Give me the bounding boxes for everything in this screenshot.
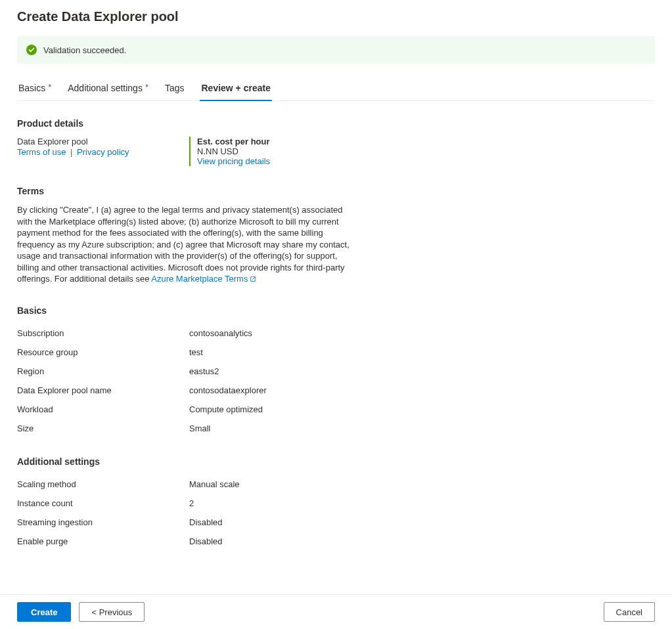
azure-marketplace-terms-link[interactable]: Azure Marketplace Terms	[151, 274, 256, 284]
basics-value: Small	[189, 423, 211, 433]
footer-bar: Create < Previous Cancel	[0, 594, 672, 629]
terms-body-text: By clicking "Create", I (a) agree to the…	[17, 205, 349, 284]
basics-value: contosodataexplorer	[189, 385, 267, 395]
external-link-icon	[250, 274, 256, 286]
basics-key: Size	[17, 423, 189, 433]
product-details-heading: Product details	[17, 118, 655, 129]
additional-value: Manual scale	[189, 479, 240, 489]
tab-basics[interactable]: Basics	[17, 77, 52, 101]
additional-settings-heading: Additional settings	[17, 456, 655, 467]
basics-key: Data Explorer pool name	[17, 385, 189, 395]
basics-key: Resource group	[17, 347, 189, 357]
link-separator: |	[70, 147, 72, 157]
additional-key: Scaling method	[17, 479, 189, 489]
additional-row-scaling-method: Scaling method Manual scale	[17, 475, 655, 494]
basics-value: Compute optimized	[189, 404, 263, 414]
product-name: Data Explorer pool	[17, 137, 189, 146]
basics-heading: Basics	[17, 305, 655, 316]
terms-heading: Terms	[17, 186, 655, 196]
basics-value: test	[189, 347, 203, 357]
additional-key: Streaming ingestion	[17, 517, 189, 527]
basics-value: contosoanalytics	[189, 328, 252, 338]
svg-point-0	[26, 45, 37, 55]
page-title: Create Data Explorer pool	[17, 9, 655, 24]
basics-row-workload: Workload Compute optimized	[17, 400, 655, 419]
basics-row-size: Size Small	[17, 419, 655, 438]
additional-value: 2	[189, 498, 194, 508]
validation-banner: Validation succeeded.	[17, 36, 655, 64]
tab-additional-settings[interactable]: Additional settings	[66, 77, 149, 101]
view-pricing-details-link[interactable]: View pricing details	[197, 156, 270, 166]
cost-per-hour-value: N.NN USD	[197, 146, 270, 156]
basics-key: Workload	[17, 404, 189, 414]
basics-key: Region	[17, 366, 189, 376]
tabs-bar: Basics Additional settings Tags Review +…	[17, 77, 655, 101]
tab-review-create[interactable]: Review + create	[200, 77, 271, 101]
basics-row-pool-name: Data Explorer pool name contosodataexplo…	[17, 381, 655, 400]
cancel-button[interactable]: Cancel	[604, 602, 655, 622]
additional-row-streaming-ingestion: Streaming ingestion Disabled	[17, 513, 655, 532]
additional-key: Enable purge	[17, 536, 189, 546]
product-details-row: Data Explorer pool Terms of use | Privac…	[17, 137, 655, 166]
tab-tags[interactable]: Tags	[164, 77, 186, 101]
terms-body: By clicking "Create", I (a) agree to the…	[17, 204, 352, 286]
previous-button[interactable]: < Previous	[79, 602, 145, 622]
basics-row-region: Region eastus2	[17, 362, 655, 381]
additional-value: Disabled	[189, 536, 223, 546]
privacy-policy-link[interactable]: Privacy policy	[77, 147, 129, 157]
cost-per-hour-label: Est. cost per hour	[197, 137, 270, 146]
basics-row-resource-group: Resource group test	[17, 343, 655, 362]
basics-key: Subscription	[17, 328, 189, 338]
basics-value: eastus2	[189, 366, 219, 376]
additional-key: Instance count	[17, 498, 189, 508]
additional-row-instance-count: Instance count 2	[17, 494, 655, 513]
validation-message: Validation succeeded.	[43, 45, 126, 55]
terms-of-use-link[interactable]: Terms of use	[17, 147, 66, 157]
additional-row-enable-purge: Enable purge Disabled	[17, 532, 655, 551]
basics-row-subscription: Subscription contosoanalytics	[17, 324, 655, 343]
create-button[interactable]: Create	[17, 602, 71, 622]
success-check-icon	[26, 45, 37, 55]
additional-value: Disabled	[189, 517, 223, 527]
